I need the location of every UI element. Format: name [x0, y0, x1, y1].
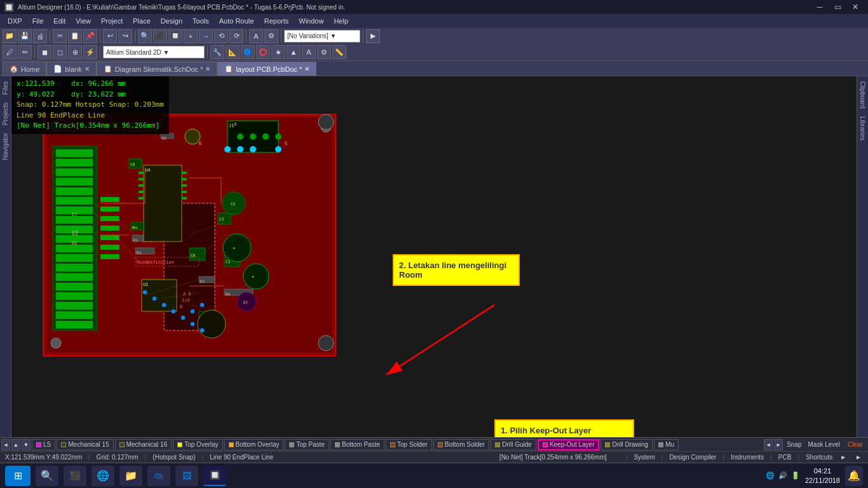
- toolbar-r2-9[interactable]: 🔵: [241, 45, 255, 59]
- toolbar-r2-15[interactable]: 📏: [332, 45, 346, 59]
- taskbar-explorer[interactable]: 📁: [119, 466, 142, 486]
- tab-schematic[interactable]: 📋 Diagram Skematik.SchDoc * ✕: [97, 62, 218, 76]
- layer-tab-top-paste[interactable]: Top Paste: [285, 439, 329, 451]
- tab-blank-close[interactable]: ✕: [85, 65, 90, 72]
- sidebar-projects[interactable]: Projects: [1, 100, 10, 128]
- layer-tab-bottom-overlay[interactable]: Bottom Overlay: [224, 439, 284, 451]
- status-pcb[interactable]: PCB: [778, 454, 792, 461]
- layer-tab-bottom-solder[interactable]: Bottom Solder: [433, 439, 489, 451]
- toolbar-btn-4[interactable]: ✂: [53, 29, 67, 43]
- sidebar-clipboard[interactable]: Clipboard: [858, 79, 867, 111]
- toolbar-undo[interactable]: ↩: [103, 29, 117, 43]
- toolbar-r2-2[interactable]: ✏: [18, 45, 32, 59]
- menu-project[interactable]: Project: [96, 16, 128, 26]
- sidebar-libraries[interactable]: Libraries: [858, 114, 867, 143]
- tab-home[interactable]: 🏠 Home: [3, 62, 46, 76]
- layer-tab-drill-drawing[interactable]: Drill Drawing: [600, 439, 653, 451]
- toolbar-r2-4[interactable]: ◻: [53, 45, 67, 59]
- layer-tab-drill-guide[interactable]: Drill Guide: [491, 439, 536, 451]
- toolbar-btn-13[interactable]: A: [249, 29, 263, 43]
- taskbar-altium[interactable]: 🔲: [203, 466, 226, 486]
- view-dropdown[interactable]: Altium Standard 2D ▼: [103, 46, 205, 58]
- start-button[interactable]: ⊞: [5, 466, 31, 486]
- tab-pcb[interactable]: 📋 layout PCB.PcbDoc * ✕: [217, 62, 316, 76]
- toolbar-redo[interactable]: ↪: [118, 29, 132, 43]
- menu-reports[interactable]: Reports: [259, 16, 294, 26]
- nav-arrow-right2[interactable]: ►: [854, 454, 863, 461]
- layer-tab-top-solder[interactable]: Top Solder: [386, 439, 432, 451]
- sidebar-navigator[interactable]: Navigator: [1, 130, 10, 163]
- sidebar-files[interactable]: Files: [1, 79, 10, 97]
- menu-view[interactable]: View: [71, 16, 96, 26]
- menu-autoroute[interactable]: Auto Route: [214, 16, 259, 26]
- variations-dropdown[interactable]: [No Variations] ▼: [284, 30, 360, 43]
- taskbar-search[interactable]: 🔍: [36, 466, 58, 486]
- toolbar-r2-8[interactable]: 📐: [226, 45, 240, 59]
- taskbar-edge[interactable]: 🌐: [92, 466, 114, 486]
- layer-tab-ls[interactable]: LS: [32, 439, 55, 451]
- toolbar-btn-12[interactable]: ⟳: [229, 29, 243, 43]
- toolbar-r2-1[interactable]: 🖊: [3, 45, 17, 59]
- status-design-compiler[interactable]: Design Compiler: [669, 454, 716, 461]
- toolbar-r2-13[interactable]: A: [302, 45, 316, 59]
- toolbar-r2-7[interactable]: 🔧: [210, 45, 224, 59]
- layer-nav-right2[interactable]: ►: [774, 439, 783, 451]
- tab-schematic-close[interactable]: ✕: [205, 65, 210, 72]
- menu-tools[interactable]: Tools: [187, 16, 214, 26]
- taskbar-photos[interactable]: 🖼: [175, 466, 198, 486]
- tab-pcb-close[interactable]: ✕: [304, 65, 309, 72]
- layer-tab-mech16[interactable]: Mechanical 16: [115, 439, 172, 451]
- toolbar-r2-11[interactable]: ★: [271, 45, 285, 59]
- toolbar-r2-10[interactable]: ⭕: [256, 45, 270, 59]
- menu-edit[interactable]: Edit: [48, 16, 71, 26]
- layer-tab-top-overlay[interactable]: Top Overlay: [173, 439, 222, 451]
- menu-dxp[interactable]: DXP: [3, 16, 27, 26]
- toolbar-r2-5[interactable]: ⊕: [68, 45, 82, 59]
- svg-rect-68: [182, 172, 187, 174]
- toolbar-btn-9[interactable]: +: [184, 29, 198, 43]
- layer-tab-mech15[interactable]: Mechanical 15: [57, 439, 113, 451]
- notification-btn[interactable]: 🔔: [845, 466, 863, 486]
- toolbar-btn-2[interactable]: 💾: [18, 29, 32, 43]
- clock-display[interactable]: 04:21 22/11/2018: [805, 466, 840, 485]
- toolbar-btn-5[interactable]: 📋: [68, 29, 82, 43]
- taskbar-store[interactable]: 🛍: [147, 466, 170, 486]
- layer-tab-keepout[interactable]: Keep-Out Layer: [538, 439, 600, 451]
- toolbar-r2-14[interactable]: ⚙: [317, 45, 331, 59]
- toolbar-r2-12[interactable]: ▲: [287, 45, 301, 59]
- layer-tab-bottom-paste[interactable]: Bottom Paste: [330, 439, 384, 451]
- layer-nav-right1[interactable]: ◄: [764, 439, 773, 451]
- toolbar-btn-1[interactable]: 📁: [3, 29, 17, 43]
- toolbar-btn-3[interactable]: 🖨: [33, 29, 47, 43]
- tab-blank[interactable]: 📄 blank ✕: [46, 62, 96, 76]
- status-system[interactable]: System: [634, 454, 654, 461]
- toolbar-btn-8[interactable]: 🔲: [168, 29, 182, 43]
- toolbar-r2-6[interactable]: ⚡: [83, 45, 97, 59]
- taskbar-task-view[interactable]: ⬛: [64, 466, 86, 486]
- toolbar-r2-3[interactable]: ◼: [37, 45, 51, 59]
- layer-nav-up[interactable]: ▲: [11, 439, 20, 451]
- toolbar-btn-14[interactable]: ⚙: [264, 29, 278, 43]
- maximize-button[interactable]: ▭: [829, 0, 846, 14]
- toolbar-btn-11[interactable]: ⟲: [214, 29, 228, 43]
- layer-tab-mu[interactable]: Mu: [654, 439, 679, 451]
- nav-arrow-right[interactable]: ►: [839, 454, 848, 461]
- layer-nav-left[interactable]: ◄: [1, 439, 10, 451]
- toolbar-btn-15[interactable]: ▶: [366, 29, 380, 43]
- toolbar-btn-10[interactable]: →: [199, 29, 213, 43]
- menu-place[interactable]: Place: [128, 16, 156, 26]
- menu-window[interactable]: Window: [294, 16, 329, 26]
- close-button[interactable]: ✕: [846, 0, 864, 14]
- status-instruments[interactable]: Instruments: [731, 454, 764, 461]
- toolbar-btn-7[interactable]: ⬛: [153, 29, 167, 43]
- menu-design[interactable]: Design: [156, 16, 187, 26]
- layer-nav-down[interactable]: ▼: [22, 439, 31, 451]
- status-shortcuts[interactable]: Shortcuts: [806, 454, 832, 461]
- clear-button[interactable]: Clear: [844, 441, 867, 448]
- menu-help[interactable]: Help: [329, 16, 353, 26]
- menu-file[interactable]: File: [27, 16, 49, 26]
- minimize-button[interactable]: ─: [811, 0, 829, 14]
- toolbar-zoom[interactable]: 🔍: [138, 29, 152, 43]
- pcb-canvas[interactable]: x:121,539 dx: 96,266 mm y: 49,022 dy: 23…: [11, 76, 857, 437]
- toolbar-btn-6[interactable]: 📌: [83, 29, 97, 43]
